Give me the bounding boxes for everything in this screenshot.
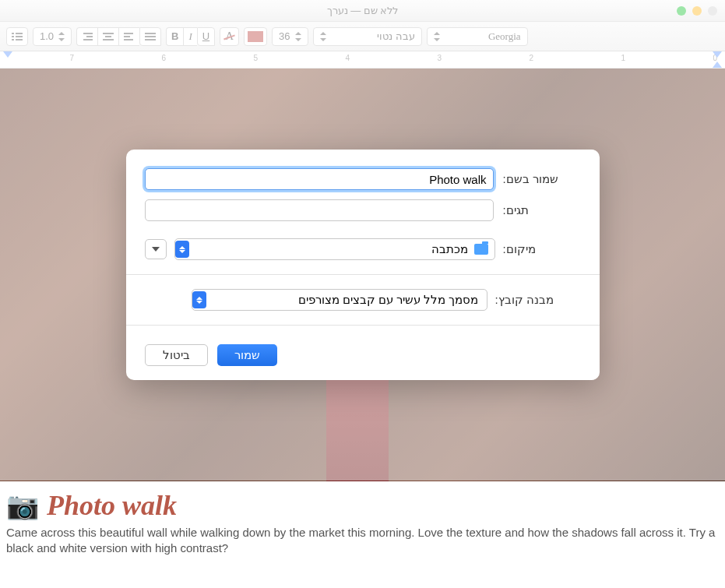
- save-as-label: שמור בשם:: [503, 172, 581, 186]
- location-value: מכתבה: [195, 242, 468, 256]
- modal-dim-overlay: [0, 0, 725, 69]
- select-arrows-icon: [175, 241, 189, 258]
- camera-icon: 📷: [6, 490, 39, 521]
- dialog-separator: [126, 325, 600, 326]
- document-body[interactable]: Came across this beautiful wall while wa…: [0, 525, 725, 557]
- dialog-separator: [126, 274, 600, 275]
- file-format-value: מסמך מלל עשיר עם קבצים מצורפים: [206, 293, 479, 307]
- save-as-input[interactable]: [145, 168, 494, 190]
- tags-input[interactable]: [145, 199, 494, 221]
- folder-icon: [474, 244, 488, 255]
- file-format-label: מבנה קובץ:: [495, 293, 581, 307]
- select-arrows-icon: [192, 291, 206, 308]
- document-title[interactable]: Photo walk: [47, 489, 177, 522]
- cancel-button[interactable]: ביטול: [145, 344, 208, 366]
- location-label: מיקום:: [503, 242, 581, 256]
- expand-browser-button[interactable]: [145, 239, 167, 259]
- tags-label: תגים:: [503, 203, 581, 217]
- location-select[interactable]: מכתבה: [174, 238, 495, 260]
- document-title-row: 📷 Photo walk: [0, 481, 725, 525]
- save-button[interactable]: שמור: [217, 344, 277, 366]
- file-format-select[interactable]: מסמך מלל עשיר עם קבצים מצורפים: [192, 289, 487, 311]
- chevron-down-icon: [152, 247, 160, 252]
- save-dialog: שמור בשם: תגים: מיקום: מכתבה מבנה קובץ: …: [126, 150, 600, 380]
